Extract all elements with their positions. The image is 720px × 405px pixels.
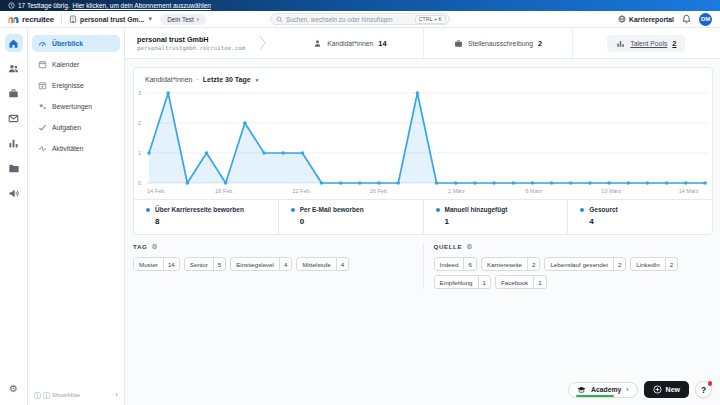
chip-label: Facebook <box>496 276 533 288</box>
academy-button[interactable]: Academy › <box>568 382 638 398</box>
chip-count: 4 <box>336 258 348 270</box>
rail-home-icon[interactable] <box>5 34 23 52</box>
person-icon <box>313 39 322 48</box>
showhide-label: Show/Hide <box>52 392 80 398</box>
sidebar-item-label: Aufgaben <box>52 124 81 131</box>
source-chip[interactable]: LinkedIn2 <box>630 257 678 271</box>
bell-icon[interactable] <box>682 14 691 24</box>
chip-label: Senior <box>185 258 213 270</box>
tab-stellenausschreibung[interactable]: Stellenausschreibung 2 <box>423 28 571 58</box>
sidebar-item-label: Kalender <box>52 61 79 68</box>
sidebar-item-ereignisse[interactable]: Ereignisse <box>32 77 120 94</box>
tags-settings-gear-icon[interactable]: ⚙ <box>151 243 157 250</box>
tag-chip[interactable]: Senior5 <box>184 257 226 271</box>
source-chip[interactable]: Empfehlung1 <box>434 275 491 289</box>
sidebar-item-ueberblick[interactable]: Überblick <box>32 35 120 52</box>
stat-career-site: Über Karriereseite beworben 8 <box>134 200 278 234</box>
sidebar-item-kalender[interactable]: Kalender <box>32 56 120 73</box>
sidebar-item-label: Bewertungen <box>52 103 92 110</box>
subscription-link[interactable]: Hier klicken, um dein Abonnement auszuwä… <box>73 2 211 9</box>
chart-plot-wrap: 0123 <box>134 88 712 187</box>
chip-label: Einstiegslevel <box>231 258 279 270</box>
sidebar-item-label: Aktivitäten <box>52 145 83 152</box>
globe-icon <box>618 15 626 23</box>
rail-jobs-icon[interactable] <box>5 84 23 102</box>
stat-manual: Manuell hinzugefügt 1 <box>423 200 568 234</box>
chart-title-separator: · <box>197 76 199 83</box>
search-shortcut-badge: CTRL + K <box>415 15 446 24</box>
stat-label: Per E-Mail beworben <box>300 206 364 213</box>
x-tick-label: 22 Feb. <box>292 188 311 194</box>
stat-sourced: Gesourct 4 <box>567 200 712 234</box>
recruitee-logo[interactable]: recruitee <box>8 15 54 24</box>
chip-label: Lebenslauf gesendet <box>545 258 612 270</box>
chart-x-axis: 14 Feb.18 Feb.22 Feb.26 Feb.2 März6 März… <box>147 188 708 199</box>
tab-kandidaten[interactable]: Kandidat*innen 14 <box>276 28 423 58</box>
help-button[interactable]: ? <box>695 381 712 398</box>
rail-inbox-icon[interactable] <box>5 109 23 127</box>
tab-count: 14 <box>378 39 386 48</box>
tag-chip[interactable]: Mittelstufe4 <box>296 257 349 271</box>
stat-value: 8 <box>155 217 266 226</box>
tags-section: TAG ⚙ Muster14 Senior5 Einstiegslevel4 M… <box>133 243 423 289</box>
x-tick-label: 2 März <box>448 188 465 194</box>
recruitee-app: 17 Testtage übrig. Hier klicken, um dein… <box>0 0 720 405</box>
chip-count: 2 <box>665 258 677 270</box>
new-button[interactable]: New <box>644 381 689 398</box>
sources-settings-gear-icon[interactable]: ⚙ <box>466 243 472 250</box>
showhide-row: [ ] Show/Hide ‹ <box>32 389 120 401</box>
building-icon <box>69 15 77 23</box>
pipeline-pill[interactable]: Dein Test › <box>160 14 206 25</box>
chart-plot-area <box>147 88 708 187</box>
top-header: recruitee personal trust Gm... ▼ Dein Te… <box>0 11 720 28</box>
tab-count: 2 <box>538 39 542 48</box>
stats-row: Über Karriereseite beworben 8 Per E-Mail… <box>134 199 712 234</box>
breadcrumb-chevron-icon <box>259 35 266 51</box>
source-chip[interactable]: Indeed6 <box>434 257 477 271</box>
stat-value: 4 <box>589 217 700 226</box>
rail-candidates-icon[interactable] <box>5 59 23 77</box>
org-switcher[interactable]: personal trust Gm... ▼ <box>69 15 153 23</box>
chip-label: Karriereseite <box>482 258 527 270</box>
tab-talent-pools[interactable]: Talent Pools 2 <box>572 28 720 58</box>
header-divider <box>61 14 62 24</box>
rail-reports-icon[interactable] <box>5 134 23 152</box>
chip-count: 1 <box>533 276 545 288</box>
tab-count: 2 <box>672 39 676 48</box>
sources-section: QUELLE ⚙ Indeed6 Karriereseite2 Lebensla… <box>423 243 714 289</box>
tag-chip[interactable]: Muster14 <box>133 257 180 271</box>
sidebar-item-bewertungen[interactable]: Bewertungen <box>32 98 120 115</box>
chart-title: Kandidat*innen <box>145 76 193 83</box>
y-tick-label: 1 <box>138 150 141 156</box>
settings-gear-icon[interactable]: ⚙ <box>5 379 23 397</box>
academy-progress-bar <box>576 395 614 397</box>
chip-count: 1 <box>478 276 490 288</box>
sidebar-item-aktivitaeten[interactable]: Aktivitäten <box>32 140 120 157</box>
source-chip[interactable]: Facebook1 <box>495 275 547 289</box>
overview-gauge-icon <box>38 39 47 48</box>
calendar-icon <box>38 60 47 69</box>
career-portal-button[interactable]: Karriereportal <box>618 15 674 23</box>
stat-dot-icon <box>580 208 584 212</box>
search-input[interactable] <box>286 16 412 23</box>
source-chip[interactable]: Lebenslauf gesendet2 <box>544 257 626 271</box>
graduation-cap-icon <box>577 386 586 394</box>
sidebar-item-aufgaben[interactable]: Aufgaben <box>32 119 120 136</box>
main-area: personal trust GmbH personaltrustgmbh.re… <box>125 28 720 405</box>
candidates-chart-svg <box>147 88 708 187</box>
rail-folder-icon[interactable] <box>5 159 23 177</box>
plus-circle-icon <box>653 385 662 394</box>
stat-email: Per E-Mail beworben 0 <box>278 200 423 234</box>
x-tick-label: 18 Feb. <box>215 188 234 194</box>
academy-label: Academy <box>591 386 621 393</box>
tab-label: Kandidat*innen <box>327 40 373 47</box>
range-dropdown[interactable]: Letzte 30 Tage <box>203 76 251 83</box>
rail-campaigns-icon[interactable] <box>5 184 23 202</box>
global-search[interactable]: CTRL + K <box>270 13 450 25</box>
user-avatar[interactable]: DM <box>699 13 712 26</box>
sidebar-collapse-button[interactable]: ‹ <box>115 391 118 399</box>
source-chip[interactable]: Karriereseite2 <box>481 257 541 271</box>
chip-label: Muster <box>134 258 163 270</box>
tag-chip[interactable]: Einstiegslevel4 <box>230 257 292 271</box>
bracket-left-key-icon: [ <box>34 392 41 399</box>
